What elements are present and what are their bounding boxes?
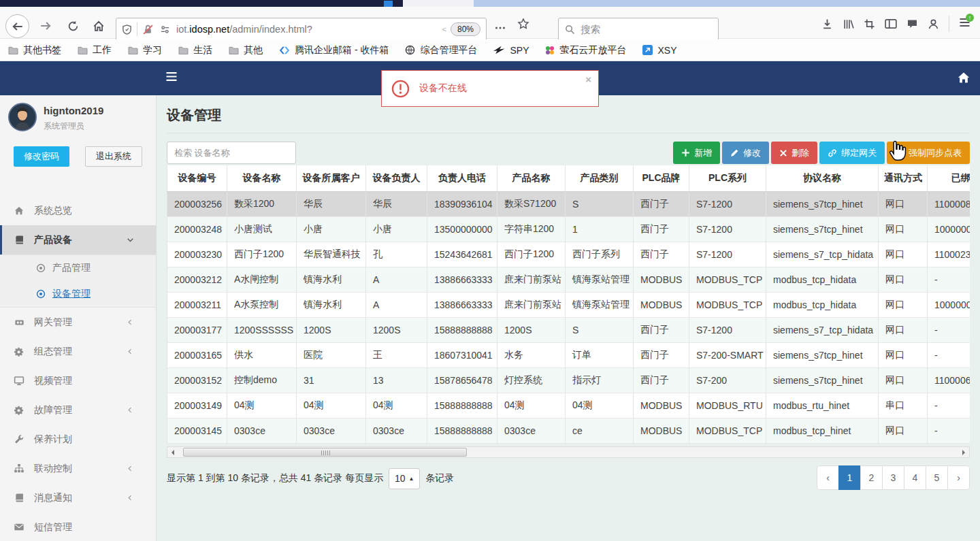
page-actions-button[interactable]	[495, 20, 506, 33]
bookmark-item[interactable]: 工作	[78, 44, 112, 56]
sidebar-toggle-icon[interactable]	[165, 71, 178, 82]
s-sitemap-icon	[13, 463, 25, 474]
downloads-icon[interactable]	[821, 18, 833, 30]
sidebar-item-故障管理[interactable]: 故障管理	[0, 395, 156, 425]
home-button[interactable]	[88, 16, 109, 36]
action-button-删除[interactable]: 删除	[771, 142, 817, 164]
shield-icon[interactable]	[122, 24, 132, 35]
screenshot-icon[interactable]	[864, 18, 875, 30]
column-header[interactable]: 已绑定网关	[928, 165, 970, 191]
s-bullseye-icon	[35, 289, 46, 299]
reload-button[interactable]	[63, 16, 83, 36]
bookmark-label: 萤石云开放平台	[559, 44, 626, 56]
logout-button[interactable]: 退出系统	[85, 146, 142, 167]
action-button-强制同步点表[interactable]: 强制同步点表	[887, 142, 970, 164]
table-cell: 网口	[879, 317, 928, 342]
table-row[interactable]: 200003212A水闸控制镇海水利A13886663333庶来门前泵站镇海泵站…	[167, 267, 970, 292]
avatar[interactable]	[8, 103, 37, 131]
chat-icon[interactable]	[906, 18, 918, 29]
sidebar-item-保养计划[interactable]: 保养计划	[0, 425, 156, 454]
browser-search-input[interactable]	[581, 24, 712, 35]
sidebar-subitem-产品管理[interactable]: 产品管理	[0, 255, 156, 281]
page-prev-button[interactable]: ‹	[817, 465, 839, 490]
page-button[interactable]: 3	[882, 465, 904, 490]
sidebar-item-消息通知[interactable]: 消息通知	[0, 483, 156, 512]
star-icon	[517, 18, 529, 30]
page-button[interactable]: 4	[904, 465, 926, 490]
column-header[interactable]: 设备编号	[167, 165, 227, 191]
url-bar[interactable]: iot.idosp.net/admin/index.html? < 80%	[116, 18, 487, 41]
sidebar-item-短信管理[interactable]: 短信管理	[0, 512, 156, 541]
back-button[interactable]	[5, 14, 29, 38]
sidebar-item-组态管理[interactable]: 组态管理	[0, 337, 156, 366]
column-header[interactable]: 设备负责人	[366, 165, 427, 191]
folder-icon	[229, 46, 239, 54]
table-cell: 1200S	[297, 317, 366, 342]
table-row[interactable]: 20000314904测04测04测1588888888804测04测MODBU…	[167, 393, 970, 418]
change-password-button[interactable]: 修改密码	[14, 146, 69, 167]
bookmark-star-button[interactable]	[517, 18, 529, 33]
column-header[interactable]: 协议名称	[766, 165, 879, 191]
bookmark-item[interactable]: XSY	[642, 45, 676, 56]
a-pencil-icon	[730, 148, 739, 157]
table-row[interactable]: 200003248小唐测试小唐小唐13500000000字符串12001西门子S…	[167, 216, 970, 242]
sidebar-item-联动控制[interactable]: 联动控制	[0, 454, 156, 483]
account-icon[interactable]	[928, 18, 939, 30]
column-header[interactable]: 负责人电话	[427, 165, 497, 191]
column-header[interactable]: 产品类别	[566, 165, 634, 191]
page-button[interactable]: 5	[926, 465, 948, 490]
action-button-新增[interactable]: 新增	[673, 142, 720, 164]
column-header[interactable]: 设备名称	[227, 165, 297, 191]
action-button-绑定网关[interactable]: 绑定网关	[819, 142, 885, 164]
column-header[interactable]: 通讯方式	[879, 165, 928, 191]
table-row[interactable]: 200003165供水医院王18607310041水务订单西门子S7-200-S…	[167, 342, 970, 367]
page-next-button[interactable]: ›	[947, 465, 970, 490]
zoom-level-badge[interactable]: 80%	[451, 22, 480, 36]
bookmark-item[interactable]: 萤石云开放平台	[545, 44, 626, 56]
sidebar-subitem-设备管理[interactable]: 设备管理	[0, 281, 156, 307]
column-header[interactable]: 设备所属客户	[297, 165, 366, 191]
column-header[interactable]: PLC系列	[689, 165, 766, 191]
navbar-home-icon[interactable]	[957, 71, 970, 84]
action-button-修改[interactable]: 修改	[722, 142, 769, 164]
table-row[interactable]: 200003152控制demo311315878656478灯控系统指示灯西门子…	[167, 367, 970, 393]
bookmark-item[interactable]: 腾讯企业邮箱 - 收件箱	[279, 44, 389, 56]
table-row[interactable]: 200003256数采1200华辰华辰18390936104数采S71200S西…	[167, 191, 970, 216]
bookmark-item[interactable]: 学习	[128, 44, 162, 56]
table-cell: 0303ce	[366, 418, 427, 443]
sidebar-item-网关管理[interactable]: 网关管理	[0, 308, 156, 337]
bookmark-item[interactable]: 其他书签	[8, 44, 61, 56]
bookmark-item[interactable]: SPY	[493, 45, 529, 56]
column-header[interactable]: 产品名称	[497, 165, 566, 191]
table-row[interactable]: 200003230西门子1200华辰智通科技孔15243642681西门子120…	[167, 242, 970, 267]
page-button[interactable]: 2	[860, 465, 883, 490]
page-button[interactable]: 1	[838, 465, 861, 490]
sidebar-item-产品设备[interactable]: 产品设备	[0, 225, 156, 255]
app-menu-button[interactable]: ↑	[959, 18, 970, 30]
device-search-input[interactable]	[167, 142, 296, 164]
page-size-select[interactable]: 10 ▲	[389, 468, 420, 489]
s-wrench-icon	[13, 434, 25, 444]
scrollbar-thumb[interactable]	[183, 448, 467, 457]
mixed-content-blocked-icon[interactable]	[142, 24, 154, 35]
bookmark-item[interactable]: 其他	[229, 44, 263, 56]
table-cell: 1000000	[928, 292, 970, 317]
tab-strip-blue-segment	[474, 0, 980, 7]
column-header[interactable]: PLC品牌	[634, 165, 689, 191]
library-icon[interactable]	[843, 18, 854, 30]
sidebar-item-系统总览[interactable]: 系统总览	[0, 196, 156, 225]
scroll-left-arrow[interactable]	[167, 447, 178, 457]
alert-close-icon[interactable]: ×	[585, 73, 591, 85]
table-row[interactable]: 2000031450303ce0303ce0303ce1588888888803…	[167, 418, 970, 443]
table-row[interactable]: 2000031771200SSSSSS1200S1200S15888888888…	[167, 317, 970, 342]
bookmark-item[interactable]: 综合管理平台	[405, 44, 477, 56]
permissions-icon[interactable]	[159, 24, 171, 35]
sidebars-icon[interactable]	[885, 18, 897, 29]
scroll-right-arrow[interactable]	[958, 447, 969, 457]
table-row[interactable]: 200003211A水泵控制镇海水利A13886663333庶来门前泵站镇海泵站…	[167, 292, 970, 317]
sidebar-item-视频管理[interactable]: 视频管理	[0, 366, 156, 395]
forward-button[interactable]	[35, 16, 56, 36]
horizontal-scrollbar[interactable]	[167, 446, 970, 458]
browser-search-box[interactable]	[558, 18, 719, 41]
bookmark-item[interactable]: 生活	[178, 44, 212, 56]
